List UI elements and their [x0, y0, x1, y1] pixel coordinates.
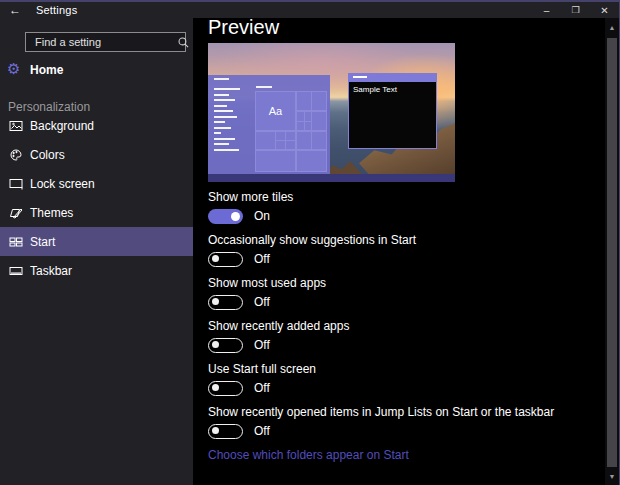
preview-user-line — [214, 78, 229, 80]
setting-row: Show recently opened items in Jump Lists… — [208, 405, 618, 439]
setting-row: Show more tiles On — [208, 190, 618, 224]
page-title: Preview — [208, 18, 618, 40]
toggle-knob — [212, 427, 219, 434]
sidebar-item-label: Start — [30, 235, 55, 249]
sidebar-item-label: Colors — [30, 148, 65, 162]
preview-tile — [312, 92, 326, 110]
sidebar-item-label: Themes — [30, 206, 73, 220]
toggle-knob — [212, 341, 219, 348]
preview-tile-aa: Aa — [256, 92, 295, 130]
maximize-button[interactable]: ❒ — [561, 2, 590, 18]
preview-sample-text: Sample Text — [348, 82, 437, 149]
settings-window: ← Settings – ❒ ✕ ⚙ Home Personalization … — [0, 0, 620, 485]
toggle-state-label: Off — [254, 338, 270, 352]
scroll-up-icon[interactable]: ▲ — [605, 20, 619, 34]
preview-tile — [312, 112, 326, 130]
toggle-state-label: Off — [254, 295, 270, 309]
preview-tile — [297, 132, 311, 149]
preview-rocks-small — [328, 158, 362, 174]
preview-taskbar — [208, 174, 455, 182]
sidebar-item-home[interactable]: ⚙ Home — [0, 56, 193, 83]
scrollbar-thumb[interactable] — [607, 38, 617, 467]
sidebar-item-lock-screen[interactable]: Lock screen — [0, 169, 193, 198]
gear-icon: ⚙ — [7, 61, 20, 77]
toggle-state-label: Off — [254, 252, 270, 266]
toggle-switch[interactable] — [208, 295, 243, 310]
preview-sample-window-titlebar — [348, 73, 437, 82]
toggle-switch[interactable] — [208, 252, 243, 267]
sidebar-item-colors[interactable]: Colors — [0, 140, 193, 169]
settings-list: Show more tiles On Occasionally show sug… — [208, 190, 618, 439]
sidebar-item-background[interactable]: Background — [0, 111, 193, 140]
search-input[interactable] — [26, 36, 177, 48]
start-preview-image: Aa — [208, 43, 455, 182]
scrollbar[interactable]: ▲ ▼ — [605, 18, 619, 485]
titlebar: ← Settings – ❒ ✕ — [0, 2, 619, 18]
setting-label: Show more tiles — [208, 190, 618, 204]
setting-label: Show recently opened items in Jump Lists… — [208, 405, 618, 419]
preview-tile — [297, 92, 311, 110]
themes-icon — [8, 205, 24, 221]
sidebar-item-taskbar[interactable]: Taskbar — [0, 256, 193, 285]
search-box[interactable] — [25, 32, 186, 52]
preview-tile-quarters — [276, 132, 295, 149]
window-title: Settings — [36, 4, 77, 16]
sidebar-item-start[interactable]: Start — [0, 227, 193, 256]
sidebar-item-label: Taskbar — [30, 264, 72, 278]
preview-start-menu: Aa — [208, 75, 330, 174]
toggle-knob — [231, 212, 240, 221]
back-icon[interactable]: ← — [0, 3, 30, 17]
toggle-state-label: Off — [254, 381, 270, 395]
preview-tile — [256, 151, 295, 171]
home-label: Home — [30, 63, 63, 77]
preview-tile — [256, 132, 275, 149]
setting-row: Occasionally show suggestions in Start O… — [208, 233, 618, 267]
toggle-switch[interactable] — [208, 381, 243, 396]
toggle-state-label: On — [254, 209, 270, 223]
minimize-button[interactable]: – — [532, 2, 561, 18]
preview-tile-area: Aa — [255, 91, 327, 172]
toggle-switch[interactable] — [208, 424, 243, 439]
setting-label: Show most used apps — [208, 276, 618, 290]
toggle-knob — [212, 298, 219, 305]
sidebar: ⚙ Home Personalization Background Colors… — [0, 18, 193, 485]
setting-row: Use Start full screen Off — [208, 362, 618, 396]
sidebar-item-label: Background — [30, 119, 94, 133]
setting-label: Occasionally show suggestions in Start — [208, 233, 618, 247]
start-grid-icon — [8, 234, 24, 250]
scroll-down-icon[interactable]: ▼ — [605, 469, 619, 483]
preview-sample-window-title-line — [353, 76, 367, 78]
preview-tile-quarters — [297, 112, 311, 130]
setting-label: Show recently added apps — [208, 319, 618, 333]
taskbar-icon — [8, 263, 24, 279]
preview-sample-window: Sample Text — [348, 73, 437, 149]
lockscreen-icon — [8, 176, 24, 192]
setting-label: Use Start full screen — [208, 362, 618, 376]
sidebar-item-label: Lock screen — [30, 177, 95, 191]
sidebar-item-themes[interactable]: Themes — [0, 198, 193, 227]
image-icon — [8, 118, 24, 134]
preview-tile — [297, 151, 326, 171]
palette-icon — [8, 147, 24, 163]
toggle-knob — [212, 255, 219, 262]
search-icon — [177, 36, 190, 49]
preview-app-list — [214, 88, 252, 154]
preview-tile — [312, 132, 326, 149]
toggle-knob — [212, 384, 219, 391]
setting-row: Show recently added apps Off — [208, 319, 618, 353]
main-content: Preview Aa — [193, 18, 618, 485]
close-button[interactable]: ✕ — [590, 2, 619, 18]
choose-folders-link[interactable]: Choose which folders appear on Start — [208, 448, 618, 462]
toggle-state-label: Off — [254, 424, 270, 438]
preview-tiles-header-line — [256, 86, 272, 88]
toggle-switch[interactable] — [208, 338, 243, 353]
toggle-switch[interactable] — [208, 209, 243, 224]
setting-row: Show most used apps Off — [208, 276, 618, 310]
